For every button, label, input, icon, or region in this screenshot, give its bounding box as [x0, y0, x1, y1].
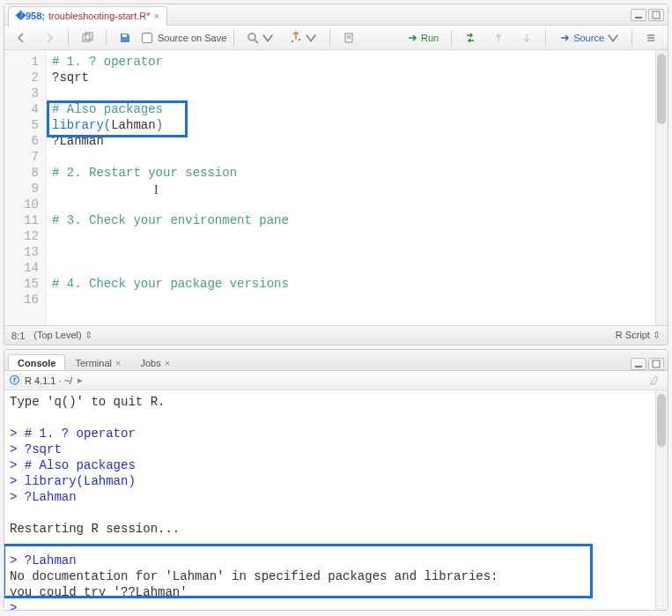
code-line[interactable]: # 3. Check your environment pane: [52, 212, 662, 228]
code-line[interactable]: # 1. ? operator: [52, 54, 662, 70]
tab-console[interactable]: Console: [8, 354, 65, 370]
code-line[interactable]: [52, 244, 662, 260]
editor-toolbar: Source on Save Run: [4, 26, 668, 50]
source-button-label: Source: [573, 33, 604, 43]
console-scroll-thumb[interactable]: [657, 394, 666, 447]
console-line: No documentation for 'Lahman' in specifi…: [10, 568, 662, 584]
code-line[interactable]: [52, 149, 662, 165]
svg-rect-0: [635, 17, 642, 19]
nav-back-icon[interactable]: [10, 29, 33, 47]
panel-window-controls: [631, 9, 664, 21]
console-info-bar: ⓡ R 4.1.1 · ~/ ▸: [4, 371, 668, 390]
editor-scrollbar[interactable]: [655, 50, 668, 325]
console-line: Restarting R session...: [10, 521, 662, 537]
go-down-icon[interactable]: [515, 29, 538, 47]
language-selector[interactable]: R Script ⇕: [616, 330, 661, 341]
rerun-icon[interactable]: [459, 29, 482, 47]
console-panel: Console Terminal × Jobs × ⓡ R 4.1.1 · ~/…: [4, 349, 668, 611]
r-version-label: R 4.1.1 · ~/: [25, 375, 72, 386]
compile-report-icon[interactable]: [337, 29, 360, 47]
console-line: [10, 537, 662, 553]
clear-console-icon[interactable]: [648, 374, 662, 388]
svg-rect-2: [83, 34, 90, 41]
maximize-panel-button[interactable]: [648, 358, 664, 370]
minimize-panel-button[interactable]: [631, 358, 646, 370]
console-output[interactable]: Type 'q()' to quit R.> # 1. ? operator> …: [4, 390, 668, 610]
code-editor[interactable]: 12345678910111213141516 I # 1. ? operato…: [4, 50, 668, 325]
toolbar-divider: [451, 30, 452, 46]
console-line: > library(Lahman): [10, 473, 662, 489]
code-line[interactable]: # 4. Check your package versions: [52, 276, 662, 292]
code-column[interactable]: I # 1. ? operator?sqrt# Also packageslib…: [47, 50, 668, 325]
tab-terminal[interactable]: Terminal ×: [65, 354, 130, 370]
close-icon[interactable]: ×: [154, 11, 159, 21]
svg-point-5: [248, 33, 255, 41]
source-on-save-checkbox[interactable]: [142, 33, 152, 43]
line-gutter: 12345678910111213141516: [4, 50, 47, 325]
source-on-save-label: Source on Save: [158, 33, 226, 43]
nav-forward-icon[interactable]: [38, 29, 61, 47]
session-menu-icon[interactable]: ▸: [78, 375, 83, 386]
console-line: you could try '??Lahman': [10, 584, 662, 600]
console-line: [10, 410, 662, 426]
r-logo-icon: ⓡ: [10, 374, 19, 387]
source-panel: �958; troubleshooting-start.R* ×: [4, 4, 668, 345]
minimize-panel-button[interactable]: [631, 9, 646, 21]
console-line: > ?Lahman: [10, 489, 662, 505]
toolbar-divider: [545, 30, 546, 46]
tab-jobs[interactable]: Jobs ×: [130, 354, 180, 370]
file-tabbar: �958; troubleshooting-start.R* ×: [4, 4, 668, 26]
editor-scroll-thumb[interactable]: [657, 54, 666, 124]
svg-point-8: [299, 39, 300, 41]
console-line: Type 'q()' to quit R.: [10, 394, 662, 410]
code-line[interactable]: ?sqrt: [52, 70, 662, 85]
panel-window-controls: [631, 358, 664, 370]
code-line[interactable]: [52, 181, 662, 197]
toolbar-divider: [106, 30, 107, 46]
code-line[interactable]: [52, 260, 662, 276]
code-line[interactable]: library(Lahman): [52, 117, 662, 133]
code-line[interactable]: [52, 197, 662, 212]
console-scrollbar[interactable]: [655, 390, 668, 610]
console-line: > ?Lahman: [10, 553, 662, 568]
file-tab[interactable]: �958; troubleshooting-start.R* ×: [8, 6, 167, 26]
outline-icon[interactable]: [639, 29, 662, 47]
code-line[interactable]: [52, 85, 662, 101]
close-icon[interactable]: ×: [115, 358, 121, 368]
toolbar-divider: [68, 30, 69, 46]
svg-line-6: [255, 40, 258, 43]
code-line[interactable]: ?Lahman: [52, 133, 662, 149]
svg-point-7: [292, 41, 293, 42]
toolbar-divider: [329, 30, 330, 46]
show-in-new-window-icon[interactable]: [76, 29, 99, 47]
file-tab-label: troubleshooting-start.R*: [48, 11, 151, 21]
toolbar-divider: [233, 30, 234, 46]
source-button[interactable]: Source: [553, 29, 624, 47]
code-line[interactable]: # 2. Restart your session: [52, 165, 662, 181]
svg-rect-1: [653, 11, 660, 19]
console-line: > # Also packages: [10, 457, 662, 473]
r-file-icon: �958;: [16, 11, 45, 22]
close-icon[interactable]: ×: [165, 358, 170, 368]
code-line[interactable]: # Also packages: [52, 101, 662, 117]
run-button[interactable]: Run: [401, 29, 444, 47]
console-line: [10, 505, 662, 521]
console-tabbar: Console Terminal × Jobs ×: [4, 350, 668, 371]
code-line[interactable]: [52, 292, 662, 308]
save-icon[interactable]: [114, 29, 137, 47]
toolbar-divider: [631, 30, 632, 46]
text-cursor-icon: I: [154, 182, 159, 198]
svg-rect-16: [653, 360, 660, 367]
svg-rect-15: [635, 366, 642, 367]
code-tools-icon[interactable]: [284, 29, 322, 47]
scope-selector[interactable]: (Top Level) ⇕: [33, 330, 92, 341]
find-icon[interactable]: [241, 29, 279, 47]
cursor-position: 8:1: [11, 330, 25, 341]
maximize-panel-button[interactable]: [648, 9, 664, 21]
svg-rect-3: [85, 33, 92, 40]
console-line: > # 1. ? operator: [10, 426, 662, 442]
code-line[interactable]: [52, 228, 662, 244]
go-up-icon[interactable]: [487, 29, 510, 47]
svg-rect-4: [122, 34, 127, 37]
console-line: > ?sqrt: [10, 442, 662, 457]
